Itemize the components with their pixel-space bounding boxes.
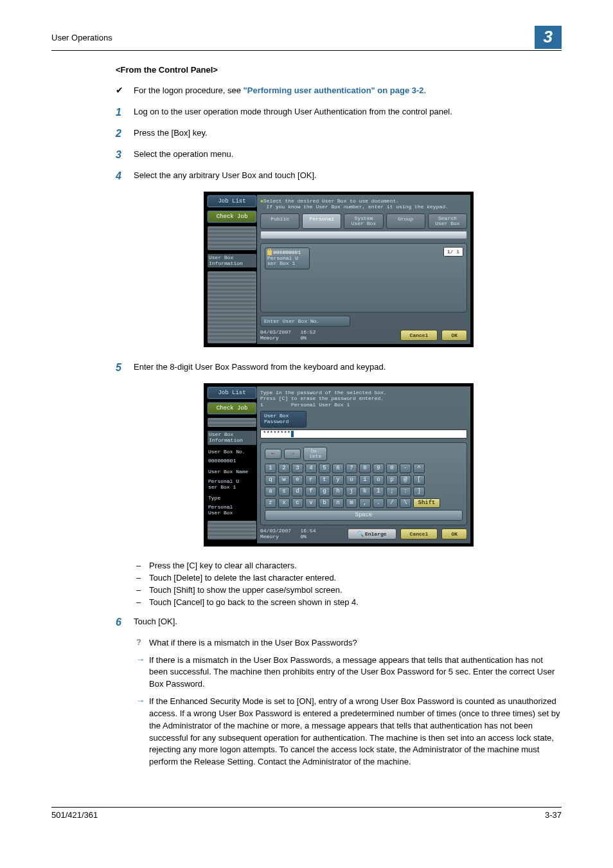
key-g[interactable]: g: [319, 487, 330, 496]
pw-msg1: Type in the password of the selected box…: [260, 390, 387, 395]
key-;[interactable]: ;: [386, 487, 398, 496]
key-6[interactable]: 6: [332, 464, 344, 473]
user-box-tile[interactable]: 000000001 Personal U ser Box 1: [265, 248, 310, 269]
box-type-value: Personal User Box: [207, 505, 257, 518]
arrow-right-button[interactable]: →: [284, 449, 301, 459]
key-i[interactable]: i: [359, 475, 371, 485]
key-0[interactable]: 0: [386, 464, 398, 473]
key-e[interactable]: e: [292, 475, 303, 485]
enlarge-button[interactable]: 🔍Enlarge: [348, 529, 396, 539]
tab-public[interactable]: Public: [260, 213, 299, 229]
job-list-button[interactable]: Job List: [207, 195, 257, 208]
footer-mem-label: Memory: [260, 335, 279, 341]
key-k[interactable]: k: [359, 487, 371, 496]
key-:[interactable]: :: [400, 487, 411, 496]
key-x[interactable]: x: [278, 498, 290, 508]
password-input[interactable]: ********: [260, 429, 467, 439]
key-1[interactable]: 1: [265, 464, 276, 473]
key-c[interactable]: c: [292, 498, 303, 508]
key-3[interactable]: 3: [292, 464, 303, 473]
enter-box-no-button[interactable]: Enter User Box No.: [260, 316, 350, 327]
step-4-text: Select the any arbitrary User Box and to…: [134, 170, 562, 182]
tab-search[interactable]: Search User Box: [428, 213, 467, 229]
footer-mem-val: 0%: [300, 335, 306, 341]
key-w[interactable]: w: [278, 475, 290, 485]
box-number-field[interactable]: [260, 231, 467, 239]
link-user-auth[interactable]: "Performing user authentication" on page…: [244, 86, 424, 95]
key-a[interactable]: a: [265, 487, 276, 496]
question-icon: ?: [136, 637, 149, 647]
key-p[interactable]: p: [386, 475, 398, 485]
key-u[interactable]: u: [346, 475, 357, 485]
footer-right: 3-37: [545, 810, 562, 820]
key-^[interactable]: ^: [413, 464, 425, 473]
key-l[interactable]: l: [373, 487, 384, 496]
key-9[interactable]: 9: [373, 464, 384, 473]
key-o[interactable]: o: [373, 475, 384, 485]
shift-key[interactable]: Shift: [413, 498, 440, 508]
delete-button[interactable]: De- lete: [303, 447, 327, 461]
footer-mem-val-2: 0%: [300, 534, 306, 539]
space-key[interactable]: Space: [265, 510, 463, 521]
key-[[interactable]: [: [413, 475, 425, 485]
key-.[interactable]: .: [373, 498, 384, 508]
key-4[interactable]: 4: [305, 464, 317, 473]
key--[interactable]: -: [400, 464, 411, 473]
section-title: <From the Control Panel>: [116, 65, 562, 75]
key-5[interactable]: 5: [319, 464, 330, 473]
key-][interactable]: ]: [413, 487, 425, 496]
qa-answer-1: If there is a mismatch in the User Box P…: [149, 655, 562, 691]
user-box-info-label-2[interactable]: User Box Information: [207, 430, 257, 446]
key-@[interactable]: @: [400, 475, 411, 485]
footer-date-2: 04/03/2007: [260, 528, 291, 534]
cancel-button-2[interactable]: Cancel: [400, 529, 438, 539]
step-4-num: 4: [116, 170, 134, 182]
key-v[interactable]: v: [305, 498, 317, 508]
key-,[interactable]: ,: [359, 498, 371, 508]
key-8[interactable]: 8: [359, 464, 371, 473]
key-n[interactable]: n: [332, 498, 344, 508]
footer-date: 04/03/2007: [260, 329, 291, 335]
key-r[interactable]: r: [305, 475, 317, 485]
step-3-num: 3: [116, 149, 134, 161]
arrow-left-button[interactable]: ←: [265, 449, 281, 459]
key-h[interactable]: h: [332, 487, 344, 496]
qa-question: What if there is a mismatch in the User …: [149, 637, 562, 649]
key-/[interactable]: /: [386, 498, 398, 508]
tab-personal[interactable]: Personal: [302, 213, 341, 229]
key-q[interactable]: q: [265, 475, 276, 485]
arrow-icon-2: →: [136, 696, 149, 705]
key-b[interactable]: b: [319, 498, 330, 508]
key-d[interactable]: d: [292, 487, 303, 496]
job-list-button-2[interactable]: Job List: [207, 386, 257, 399]
msg-line1: Select the desired User Box to use docum…: [263, 198, 399, 204]
key-\[interactable]: \: [400, 498, 411, 508]
check-job-button[interactable]: Check Job: [207, 210, 257, 223]
check-icon: ✔: [116, 85, 134, 95]
key-2[interactable]: 2: [278, 464, 290, 473]
key-t[interactable]: t: [319, 475, 330, 485]
pw-msg3: Personal User Box 1: [291, 402, 350, 408]
sub-1: Press the [C] key to clear all character…: [149, 561, 297, 570]
key-z[interactable]: z: [265, 498, 276, 508]
tab-group[interactable]: Group: [386, 213, 425, 229]
key-m[interactable]: m: [346, 498, 357, 508]
kbd-row-4: zxcvbnm,./\Shift: [265, 498, 463, 508]
ok-button[interactable]: OK: [441, 330, 467, 341]
step-6-text: Touch [OK].: [134, 616, 562, 628]
box-name: Personal U ser Box 1: [267, 256, 307, 267]
tab-system[interactable]: System User Box: [344, 213, 383, 229]
ok-button-2[interactable]: OK: [441, 529, 467, 539]
user-box-info-label[interactable]: User Box Information: [207, 253, 257, 269]
key-y[interactable]: y: [332, 475, 344, 485]
key-s[interactable]: s: [278, 487, 290, 496]
sub-4: Touch [Cancel] to go back to the screen …: [149, 597, 359, 607]
key-j[interactable]: j: [346, 487, 357, 496]
lock-icon: [267, 250, 272, 255]
key-f[interactable]: f: [305, 487, 317, 496]
screenshot-password: Job List Check Job User Box Information …: [204, 383, 474, 547]
check-job-button-2[interactable]: Check Job: [207, 402, 257, 415]
step-3-text: Select the operation menu.: [134, 149, 562, 161]
key-7[interactable]: 7: [346, 464, 357, 473]
cancel-button[interactable]: Cancel: [400, 330, 438, 341]
